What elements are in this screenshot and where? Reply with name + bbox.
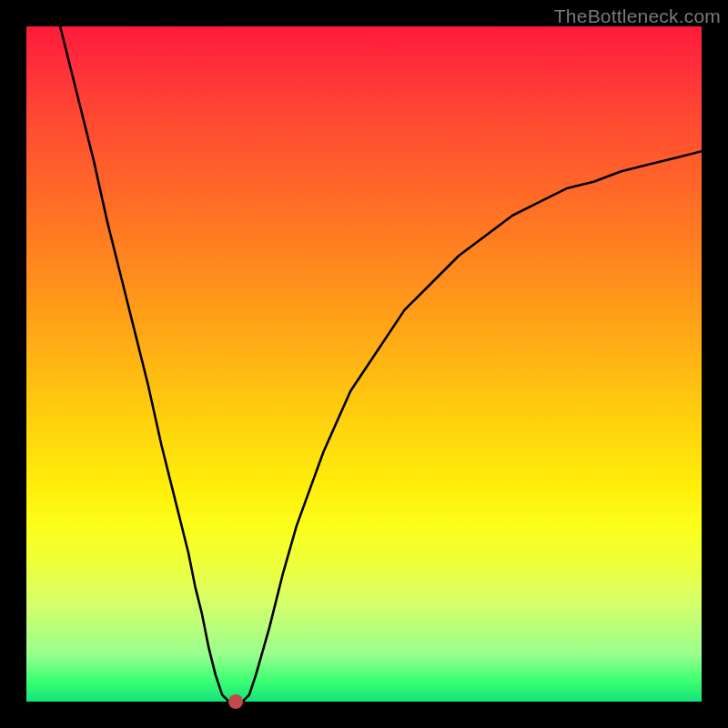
watermark-text: TheBottleneck.com [554,5,721,27]
optimal-point-marker [228,694,243,709]
chart-plot-area [26,26,702,702]
bottleneck-curve [26,26,702,702]
chart-stage: TheBottleneck.com [0,0,728,728]
